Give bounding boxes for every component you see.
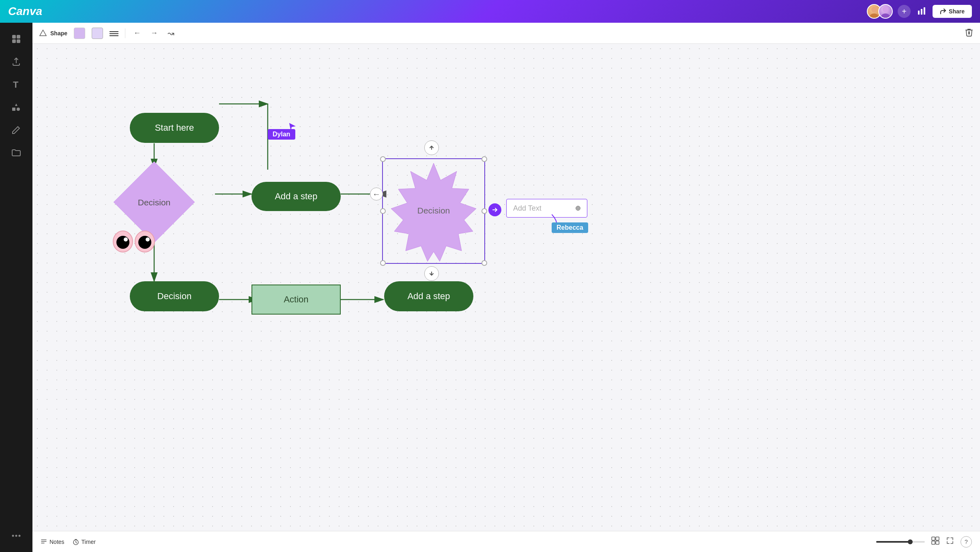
canvas[interactable]: Start here Decision Add a step [32, 44, 980, 531]
zoom-control[interactable] [876, 541, 925, 543]
svg-point-1 [870, 13, 878, 19]
toolbar: Shape ← → ↝ [32, 23, 980, 44]
connect-right-button[interactable] [488, 203, 501, 216]
step3-node[interactable]: Add a step [384, 281, 473, 311]
help-button[interactable]: ? [961, 536, 972, 548]
sidebar-item-draw[interactable] [6, 120, 26, 140]
bottom-right-controls: ? [876, 536, 972, 548]
help-label: ? [965, 539, 968, 545]
avatar-group [867, 4, 893, 19]
action-node[interactable]: Action [251, 285, 341, 315]
avatar-user2 [878, 4, 893, 19]
line-style-icon[interactable] [110, 30, 118, 37]
bottombar: Notes Timer [32, 531, 980, 552]
svg-text:Decision: Decision [138, 198, 171, 207]
delete-button[interactable] [965, 28, 974, 39]
rebecca-tag: Rebecca [552, 222, 588, 233]
svg-point-3 [881, 13, 890, 19]
svg-rect-10 [17, 39, 20, 43]
svg-point-33 [116, 236, 129, 249]
svg-rect-42 [932, 537, 935, 540]
grid-view-button[interactable] [931, 537, 939, 547]
timer-label: Timer [82, 539, 96, 545]
header: Canva + [0, 0, 980, 23]
notes-button[interactable]: Notes [41, 539, 64, 545]
add-above-button[interactable] [424, 140, 439, 155]
svg-rect-8 [17, 35, 20, 39]
analytics-button[interactable] [916, 5, 928, 18]
step1-node[interactable]: Add a step [251, 182, 341, 211]
svg-text:T: T [13, 80, 19, 89]
action-label: Action [284, 294, 308, 305]
svg-rect-13 [12, 108, 15, 111]
arrow-back-indicator: ← [370, 188, 383, 201]
resize-handle[interactable] [576, 206, 580, 211]
svg-point-36 [138, 236, 151, 249]
add-below-button[interactable] [424, 266, 439, 281]
step3-label: Add a step [407, 291, 450, 302]
add-text-box[interactable]: Add Text [506, 199, 587, 218]
svg-point-34 [124, 237, 128, 242]
svg-rect-7 [12, 35, 16, 39]
logo: Canva [8, 5, 42, 18]
arrow-right-button[interactable]: → [149, 27, 159, 39]
eyes-sticker [112, 229, 156, 258]
sidebar-item-upload[interactable] [6, 52, 26, 71]
svg-point-0 [871, 6, 877, 12]
decision2-node[interactable]: Decision [384, 160, 484, 262]
svg-rect-4 [918, 11, 920, 15]
sidebar: T [0, 23, 32, 552]
svg-rect-44 [932, 541, 935, 544]
svg-point-14 [12, 535, 14, 537]
add-text-placeholder: Add Text [513, 204, 542, 213]
sidebar-item-more[interactable] [6, 526, 26, 546]
sidebar-item-elements[interactable] [6, 97, 26, 117]
sidebar-item-folder[interactable] [6, 143, 26, 162]
arrow-curved-button[interactable]: ↝ [166, 27, 176, 40]
start-node[interactable]: Start here [130, 113, 219, 143]
arrow-left-button[interactable]: ← [132, 27, 142, 39]
step2-label: Decision [157, 291, 191, 302]
svg-rect-9 [12, 39, 16, 43]
svg-point-15 [15, 535, 17, 537]
shape-stroke-swatch[interactable] [92, 28, 103, 39]
add-collaborator-button[interactable]: + [898, 5, 911, 18]
shape-fill-swatch[interactable] [74, 28, 85, 39]
svg-point-16 [19, 535, 21, 537]
dylan-label: Dylan [273, 131, 290, 138]
fullscreen-button[interactable] [946, 537, 954, 547]
svg-rect-45 [936, 541, 939, 544]
svg-point-37 [146, 237, 150, 242]
header-right: + Share [867, 4, 972, 19]
start-label: Start here [155, 123, 194, 133]
svg-rect-12 [17, 108, 20, 111]
sidebar-item-text[interactable]: T [6, 75, 26, 94]
sidebar-item-grid[interactable] [6, 29, 26, 49]
dylan-tag: Dylan [268, 129, 295, 140]
rebecca-label: Rebecca [557, 224, 583, 231]
share-button[interactable]: Share [933, 5, 972, 18]
share-label: Share [949, 8, 965, 15]
timer-button[interactable]: Timer [73, 539, 96, 545]
zoom-slider[interactable] [876, 541, 925, 543]
svg-rect-43 [936, 537, 939, 540]
step1-label: Add a step [275, 191, 317, 202]
svg-point-2 [883, 6, 888, 12]
svg-rect-6 [924, 7, 925, 15]
toolbar-divider [125, 28, 125, 38]
step2-node[interactable]: Decision [130, 281, 219, 311]
notes-label: Notes [49, 539, 64, 545]
svg-text:Decision: Decision [417, 206, 450, 215]
shape-tool-label: Shape [39, 29, 67, 37]
svg-rect-5 [921, 9, 922, 15]
